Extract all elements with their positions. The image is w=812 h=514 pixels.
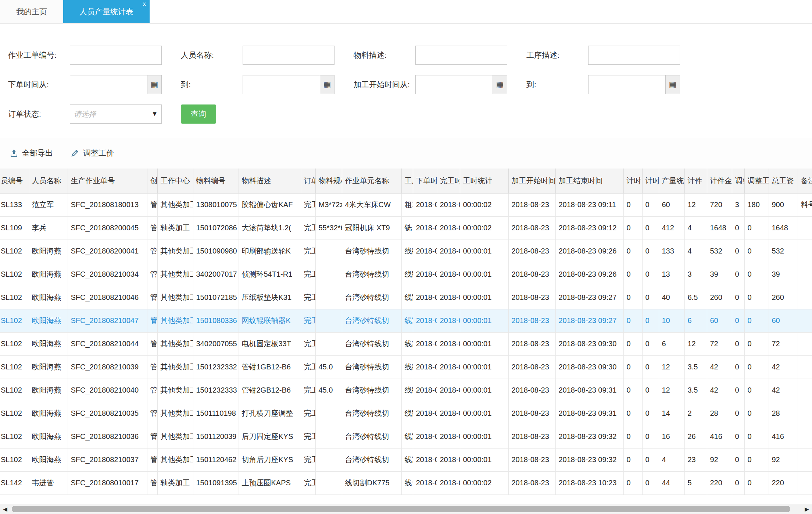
column-header[interactable]: 物料编号 (193, 169, 239, 193)
table-cell: 12 (659, 355, 684, 379)
column-header[interactable]: 生产作业单号 (68, 169, 147, 193)
calendar-icon[interactable]: ▦ (665, 75, 680, 94)
column-header[interactable]: 调整 (732, 169, 744, 193)
table-row[interactable]: SL102欧阳海燕SFC_201808210039管其他类加工150123233… (0, 355, 812, 379)
process-desc-input[interactable] (588, 46, 680, 65)
table-row[interactable]: SL102欧阳海燕SFC_201808210037管其他类加工150112046… (0, 448, 812, 471)
output-statistics-table: 员编号人员名称生产作业单号创工作中心物料编号物料描述订单物料规格作业单元名称工序… (0, 169, 812, 495)
column-header[interactable]: 产量统计 (659, 169, 684, 193)
table-cell: 线割 (401, 355, 413, 379)
calendar-icon[interactable]: ▦ (147, 75, 162, 94)
table-cell (315, 471, 342, 494)
table-cell: 台湾砂特线切 (342, 402, 401, 425)
table-row[interactable]: SL102欧阳海燕SFC_201808210047管其他类加工150108033… (0, 309, 812, 332)
adjust-wage-button[interactable]: 调整工价 (71, 148, 114, 158)
work-order-input[interactable] (70, 46, 162, 65)
table-cell: 2018-08 (437, 286, 460, 309)
table-cell: 13 (659, 263, 684, 286)
column-header[interactable]: 创 (147, 169, 157, 193)
table-row[interactable]: SL102欧阳海燕SFC_201808210035管其他类加工150111019… (0, 402, 812, 425)
calendar-icon[interactable]: ▦ (320, 75, 335, 94)
table-cell: 2018-08-23 (508, 471, 555, 494)
scrollbar-thumb[interactable] (12, 506, 790, 512)
column-header[interactable]: 人员名称 (29, 169, 68, 193)
column-header[interactable]: 下单时间 (413, 169, 437, 193)
table-cell: 管 (147, 379, 157, 402)
table-cell: 12 (684, 332, 707, 355)
table-cell: 欧阳海燕 (29, 448, 68, 471)
table-row[interactable]: SL102欧阳海燕SFC_201808210040管其他类加工150123233… (0, 379, 812, 402)
table-cell: 料号 (798, 193, 812, 216)
column-header[interactable]: 总工资 (769, 169, 798, 193)
table-cell: 45.0 (315, 379, 342, 402)
column-header[interactable]: 计时 (642, 169, 659, 193)
table-row[interactable]: SL133范立军SFC_201808180013管其他类加工1308010075… (0, 193, 812, 216)
table-cell: 欧阳海燕 (29, 379, 68, 402)
export-all-button[interactable]: 全部导出 (10, 148, 53, 158)
table-row[interactable]: SL109李兵SFC_201808200045管轴类加工1501072086大滚… (0, 216, 812, 240)
table-cell: 4 (684, 216, 707, 240)
column-header[interactable]: 计件 (684, 169, 707, 193)
column-header[interactable]: 计时 (623, 169, 642, 193)
person-name-input[interactable] (243, 46, 335, 65)
table-cell: SFC_201808210034 (68, 263, 147, 286)
calendar-icon[interactable]: ▦ (493, 75, 507, 94)
table-cell: 1501120039 (193, 425, 239, 448)
table-row[interactable]: SL142韦进管SFC_201808010017管轴类加工1501091395上… (0, 471, 812, 494)
column-header[interactable]: 调整工资 (744, 169, 769, 193)
material-desc-input[interactable] (415, 46, 507, 65)
table-cell: 李兵 (29, 216, 68, 240)
table-row[interactable]: SL102欧阳海燕SFC_201808210034管其他类加工340200701… (0, 263, 812, 286)
column-header[interactable]: 员编号 (0, 169, 29, 193)
table-cell: 0 (744, 471, 769, 494)
process-start-from-input[interactable] (415, 75, 493, 94)
table-cell: 60 (659, 193, 684, 216)
table-cell (798, 425, 812, 448)
table-row[interactable]: SL102欧阳海燕SFC_201808210046管其他类加工150107218… (0, 286, 812, 309)
table-cell: 00:00:01 (460, 240, 508, 263)
table-cell: 4 (684, 240, 707, 263)
column-header[interactable]: 完工时间 (437, 169, 460, 193)
table-cell: 后刀固定座KYS (239, 425, 301, 448)
table-row[interactable]: SL102欧阳海燕SFC_201808200041管其他类加工150109098… (0, 240, 812, 263)
table-cell: 其他类加工 (157, 402, 193, 425)
table-cell: 532 (769, 240, 798, 263)
table-cell: 2018-08-23 10:23 (555, 471, 623, 494)
table-cell: 40 (659, 286, 684, 309)
order-time-to-input[interactable] (243, 75, 320, 94)
column-header[interactable]: 备注 (798, 169, 812, 193)
column-header[interactable]: 加工开始时间 (508, 169, 555, 193)
filter-row-2: 下单时间从: ▦ 到: ▦ 加工开始时间从: ▦ 到: ▦ (0, 70, 812, 99)
column-header[interactable]: 物料描述 (239, 169, 301, 193)
process-start-to-input[interactable] (588, 75, 665, 94)
close-icon[interactable]: x (143, 1, 146, 7)
tab-my-home[interactable]: 我的主页 (0, 0, 63, 23)
search-button[interactable]: 查询 (181, 104, 216, 124)
column-header[interactable]: 工序 (401, 169, 413, 193)
column-header[interactable]: 作业单元名称 (342, 169, 401, 193)
order-time-from-input[interactable] (70, 75, 147, 94)
table-cell: 管 (147, 332, 157, 355)
scroll-left-icon[interactable]: ◀ (0, 504, 10, 514)
column-header[interactable]: 工作中心 (157, 169, 193, 193)
table-cell: 大滚筒垫块1.2( (239, 216, 301, 240)
table-cell (315, 286, 342, 309)
table-cell: SL102 (0, 355, 29, 379)
column-header[interactable]: 订单 (301, 169, 315, 193)
column-header[interactable]: 加工结束时间 (555, 169, 623, 193)
tab-output-statistics[interactable]: x 人员产量统计表 (63, 0, 150, 23)
order-status-select[interactable]: 请选择 ▼ (70, 104, 162, 124)
horizontal-scrollbar[interactable]: ◀ ▶ (0, 504, 812, 514)
table-cell: 2018-08 (413, 448, 437, 471)
table-cell: 39 (707, 263, 732, 286)
table-cell: 其他类加工 (157, 286, 193, 309)
table-cell: 0 (744, 448, 769, 471)
data-grid: 员编号人员名称生产作业单号创工作中心物料编号物料描述订单物料规格作业单元名称工序… (0, 169, 812, 495)
table-cell: 2018-08 (413, 332, 437, 355)
column-header[interactable]: 工时统计 (460, 169, 508, 193)
table-row[interactable]: SL102欧阳海燕SFC_201808210036管其他类加工150112003… (0, 425, 812, 448)
column-header[interactable]: 计件金额 (707, 169, 732, 193)
table-row[interactable]: SL102欧阳海燕SFC_201808210044管其他类加工340200705… (0, 332, 812, 355)
scroll-right-icon[interactable]: ▶ (802, 504, 812, 514)
column-header[interactable]: 物料规格 (315, 169, 342, 193)
